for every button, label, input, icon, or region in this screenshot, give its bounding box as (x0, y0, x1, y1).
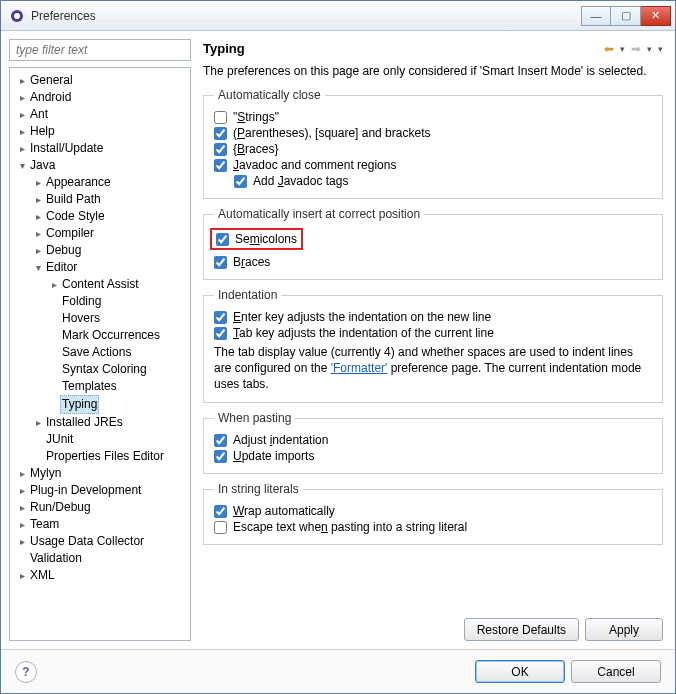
tree-item-mylyn[interactable]: ▸Mylyn (12, 465, 188, 482)
chk-strings[interactable] (214, 111, 227, 124)
lbl-semicolons: Semicolons (235, 232, 297, 246)
tree-item-label: Save Actions (60, 344, 133, 361)
group-string-literals: In string literals Wrap automatically Es… (203, 482, 663, 545)
minimize-button[interactable]: ― (581, 6, 611, 26)
tree-item-team[interactable]: ▸Team (12, 516, 188, 533)
tree-item-install-update[interactable]: ▸Install/Update (12, 140, 188, 157)
tree-item-save-actions[interactable]: Save Actions (12, 344, 188, 361)
tree-item-build-path[interactable]: ▸Build Path (12, 191, 188, 208)
tree-item-label: Run/Debug (28, 499, 93, 516)
chevron-right-icon[interactable]: ▸ (16, 123, 28, 140)
tree-item-usage-data-collector[interactable]: ▸Usage Data Collector (12, 533, 188, 550)
chevron-right-icon[interactable]: ▸ (16, 567, 28, 584)
chevron-down-icon[interactable]: ▾ (32, 259, 44, 276)
chevron-right-icon[interactable]: ▸ (32, 208, 44, 225)
nav-back-icon[interactable]: ⬅ (604, 42, 614, 56)
tree-item-label: JUnit (44, 431, 75, 448)
chevron-right-icon[interactable]: ▸ (32, 225, 44, 242)
tree-item-label: Appearance (44, 174, 113, 191)
chevron-right-icon[interactable]: ▸ (16, 89, 28, 106)
chevron-down-icon[interactable]: ▾ (16, 157, 28, 174)
filter-input[interactable] (9, 39, 191, 61)
ok-button[interactable]: OK (475, 660, 565, 683)
chk-semicolons[interactable] (216, 233, 229, 246)
chevron-right-icon[interactable]: ▸ (32, 174, 44, 191)
page-nav-icons: ⬅ ▾ ➡ ▾ ▾ (604, 42, 663, 56)
apply-button[interactable]: Apply (585, 618, 663, 641)
tree-item-label: Usage Data Collector (28, 533, 146, 550)
chevron-right-icon[interactable]: ▸ (16, 465, 28, 482)
chevron-right-icon[interactable]: ▸ (32, 414, 44, 431)
group-pasting-legend: When pasting (214, 411, 295, 425)
tree-item-code-style[interactable]: ▸Code Style (12, 208, 188, 225)
lbl-braces-close: {Braces} (233, 142, 278, 156)
tree-item-label: Plug-in Development (28, 482, 143, 499)
tree-item-ant[interactable]: ▸Ant (12, 106, 188, 123)
tree-item-java[interactable]: ▾Java (12, 157, 188, 174)
chk-update-imports[interactable] (214, 450, 227, 463)
nav-back-menu-icon[interactable]: ▾ (620, 44, 625, 54)
chk-braces-close[interactable] (214, 143, 227, 156)
tree-item-label: Syntax Coloring (60, 361, 149, 378)
chevron-right-icon[interactable]: ▸ (16, 482, 28, 499)
tree-item-help[interactable]: ▸Help (12, 123, 188, 140)
tree-item-editor[interactable]: ▾Editor (12, 259, 188, 276)
tree-item-validation[interactable]: Validation (12, 550, 188, 567)
chevron-right-icon[interactable]: ▸ (16, 499, 28, 516)
tree-item-plug-in-development[interactable]: ▸Plug-in Development (12, 482, 188, 499)
tree-item-appearance[interactable]: ▸Appearance (12, 174, 188, 191)
cancel-button[interactable]: Cancel (571, 660, 661, 683)
group-autoinsert-legend: Automatically insert at correct position (214, 207, 424, 221)
nav-menu-icon[interactable]: ▾ (658, 44, 663, 54)
chevron-right-icon[interactable]: ▸ (32, 191, 44, 208)
chk-enter-indent[interactable] (214, 311, 227, 324)
tree-item-label: Installed JREs (44, 414, 125, 431)
chk-parens[interactable] (214, 127, 227, 140)
tree-item-typing[interactable]: Typing (12, 395, 188, 414)
chk-wrap-auto[interactable] (214, 505, 227, 518)
chevron-right-icon[interactable]: ▸ (16, 72, 28, 89)
maximize-button[interactable]: ▢ (611, 6, 641, 26)
chevron-right-icon[interactable]: ▸ (16, 516, 28, 533)
window-title: Preferences (31, 9, 581, 23)
help-icon[interactable]: ? (15, 661, 37, 683)
chk-escape-paste[interactable] (214, 521, 227, 534)
tree-item-hovers[interactable]: Hovers (12, 310, 188, 327)
restore-defaults-button[interactable]: Restore Defaults (464, 618, 579, 641)
tree-item-folding[interactable]: Folding (12, 293, 188, 310)
lbl-strings: "Strings" (233, 110, 279, 124)
tree-item-run-debug[interactable]: ▸Run/Debug (12, 499, 188, 516)
tree-item-general[interactable]: ▸General (12, 72, 188, 89)
chk-javadoc[interactable] (214, 159, 227, 172)
tree-item-junit[interactable]: JUnit (12, 431, 188, 448)
tree-item-content-assist[interactable]: ▸Content Assist (12, 276, 188, 293)
tree-item-label: Mylyn (28, 465, 63, 482)
chevron-right-icon[interactable]: ▸ (32, 242, 44, 259)
preferences-tree[interactable]: ▸General▸Android▸Ant▸Help▸Install/Update… (9, 67, 191, 641)
chk-braces-insert[interactable] (214, 256, 227, 269)
chk-tab-indent[interactable] (214, 327, 227, 340)
chk-add-javadoc-tags[interactable] (234, 175, 247, 188)
tree-item-templates[interactable]: Templates (12, 378, 188, 395)
tree-item-installed-jres[interactable]: ▸Installed JREs (12, 414, 188, 431)
tree-item-xml[interactable]: ▸XML (12, 567, 188, 584)
close-button[interactable]: ✕ (641, 6, 671, 26)
chk-adjust-indent[interactable] (214, 434, 227, 447)
tree-item-android[interactable]: ▸Android (12, 89, 188, 106)
chevron-right-icon[interactable]: ▸ (16, 533, 28, 550)
tree-item-properties-files-editor[interactable]: Properties Files Editor (12, 448, 188, 465)
formatter-link[interactable]: 'Formatter' (331, 361, 388, 375)
chevron-right-icon[interactable]: ▸ (16, 140, 28, 157)
tree-item-label: Ant (28, 106, 50, 123)
tree-item-syntax-coloring[interactable]: Syntax Coloring (12, 361, 188, 378)
nav-forward-menu-icon[interactable]: ▾ (647, 44, 652, 54)
tree-item-label: XML (28, 567, 57, 584)
tree-item-compiler[interactable]: ▸Compiler (12, 225, 188, 242)
lbl-update-imports: Update imports (233, 449, 314, 463)
chevron-right-icon[interactable]: ▸ (16, 106, 28, 123)
chevron-right-icon[interactable]: ▸ (48, 276, 60, 293)
lbl-add-javadoc-tags: Add Javadoc tags (253, 174, 348, 188)
tree-item-mark-occurrences[interactable]: Mark Occurrences (12, 327, 188, 344)
tree-item-debug[interactable]: ▸Debug (12, 242, 188, 259)
nav-forward-icon[interactable]: ➡ (631, 42, 641, 56)
